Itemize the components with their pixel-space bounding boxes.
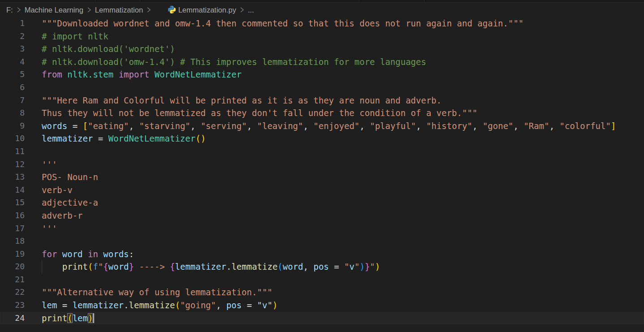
code-token: word [108,262,129,272]
chevron-right-icon [86,7,92,13]
code-line[interactable]: 13POS- Noun-n [0,171,644,184]
code-line[interactable]: 18 [0,235,644,248]
line-number: 5 [0,68,25,81]
code-token: = [67,121,82,131]
code-text: """Here Ram and Colorful will be printed… [42,94,644,107]
code-token: "serving" [201,121,247,131]
code-line[interactable]: 23lem = lemmatizer.lemmatize("going", po… [0,299,644,312]
code-line[interactable]: 12''' [0,158,644,171]
line-number: 12 [0,158,25,171]
code-line[interactable]: 2# import nltk [0,30,644,43]
code-token: # nltk.download('wordnet') [42,44,175,54]
code-token: WordNetLemmatizer [155,69,242,79]
code-token: nltk.stem [67,69,113,79]
code-line[interactable]: 21 [0,273,644,286]
code-token: ] [611,121,616,131]
code-token: "colorful" [560,121,611,131]
code-line[interactable]: 8Thus they will not be lemmatized as the… [0,107,644,120]
code-token: print [62,262,88,272]
breadcrumb-item-symbol[interactable]: ... [248,6,254,14]
code-text: from nltk.stem import WordNetLemmatizer [42,68,644,81]
code-token: " [267,300,272,310]
code-token: v [262,300,267,310]
chevron-right-icon [239,7,245,13]
code-token: "gone" [483,121,514,131]
code-line[interactable]: 11 [0,145,644,158]
breadcrumb-item-file[interactable]: Lemmatization.py [178,6,236,14]
code-token: "eating" [88,121,129,131]
code-token: ) [272,300,277,310]
line-number: 15 [0,196,25,209]
code-line[interactable]: 9words = ["eating", "starving", "serving… [0,120,644,133]
breadcrumb-item-subfolder[interactable]: Lemmatization [95,6,143,14]
code-text [42,235,644,248]
code-line[interactable]: 20 print(f"{word} ----> {lemmatizer.lemm… [0,260,644,273]
code-line[interactable]: 6 [0,81,644,94]
code-token [83,249,88,259]
code-token: word [62,249,83,259]
code-line[interactable]: 16adverb-r [0,209,644,222]
code-token: f [93,262,98,272]
code-token: for [42,249,57,259]
line-number: 11 [0,145,25,158]
code-token: words [42,121,67,131]
line-number: 19 [0,248,25,261]
line-number: 10 [0,132,25,145]
code-token: import [119,69,150,79]
code-line[interactable]: 7"""Here Ram and Colorful will be printe… [0,94,644,107]
code-line[interactable]: 5from nltk.stem import WordNetLemmatizer [0,68,644,81]
code-token: , [129,121,139,131]
code-token: ''' [42,224,57,233]
code-token: word [283,262,303,272]
code-token: , [216,300,226,310]
code-line[interactable]: 17''' [0,222,644,235]
code-token: = [57,300,72,310]
code-token: , [303,262,314,272]
code-token: ''' [42,160,57,169]
code-token: { [103,262,108,272]
code-token: verb-v [42,185,73,195]
line-number: 14 [0,184,25,197]
line-number: 17 [0,222,25,235]
code-line[interactable]: 10lemmatizer = WordNetLemmatizer() [0,132,644,145]
editor-lines[interactable]: 1"""Downloaded wordnet and omw-1.4 then … [0,17,644,332]
code-line[interactable]: 4# nltk.download('omw-1.4') # This impro… [0,56,644,69]
code-token: lem [73,313,88,323]
line-number: 24 [0,312,25,325]
code-text: lemmatizer = WordNetLemmatizer() [42,132,644,145]
text-cursor [93,313,94,323]
code-text: ''' [42,222,644,235]
code-line[interactable]: 22"""Alternative way of using lemmatizat… [0,286,644,299]
breadcrumb-item-folder[interactable]: Machine Learning [25,6,83,14]
code-line[interactable]: 1"""Downloaded wordnet and omw-1.4 then … [0,17,644,30]
breadcrumb-item-drive[interactable]: F: [6,6,13,14]
code-token: lemmatize [129,300,175,310]
code-line[interactable]: 15adjective-a [0,196,644,209]
code-line[interactable]: 3# nltk.download('wordnet') [0,43,644,56]
code-token [62,69,67,79]
code-token: WordNetLemmatizer [108,134,195,143]
line-number: 9 [0,120,25,133]
code-token: , [472,121,483,131]
code-text: verb-v [42,184,644,197]
code-text [42,145,644,158]
code-text: # nltk.download('wordnet') [42,43,644,56]
code-token: Thus they will not be lemmatized as they… [42,108,477,118]
code-token: [ [83,121,88,131]
code-token: , [549,121,560,131]
code-token: , [359,121,370,131]
code-text: print(lem) [42,312,644,325]
code-token: lemmatizer [42,134,93,143]
code-token: = [93,134,108,143]
code-token: = [329,262,344,272]
code-text: words = ["eating", "starving", "serving"… [42,120,644,133]
code-token: ( [277,262,282,272]
code-token: # nltk.download('omw-1.4') # This improv… [42,57,426,67]
code-line[interactable]: 19for word in words: [0,248,644,261]
code-line[interactable]: 24print(lem) [0,312,644,325]
indent-guide-line [42,260,42,273]
code-token: " [354,262,359,272]
code-token: } [129,262,134,272]
code-line[interactable]: 14verb-v [0,184,644,197]
code-text: POS- Noun-n [42,171,644,184]
